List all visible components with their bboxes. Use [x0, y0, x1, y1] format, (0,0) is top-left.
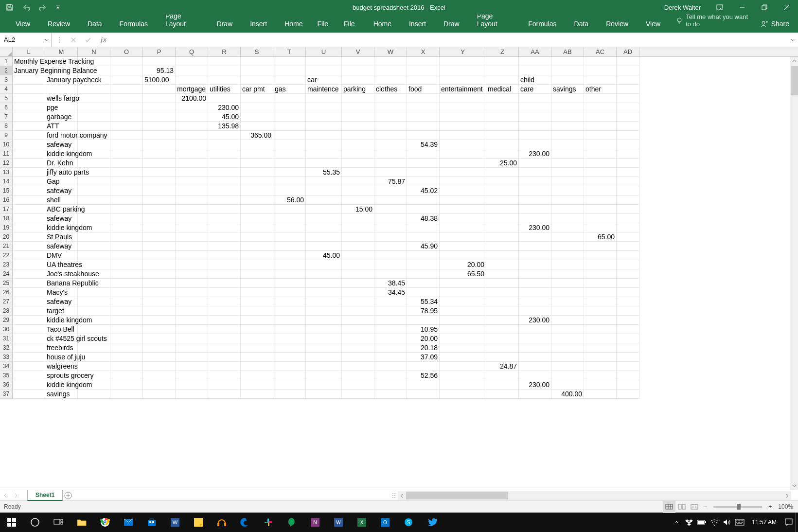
cell-W23[interactable]: [374, 260, 407, 269]
cell-P21[interactable]: [143, 242, 176, 251]
cell-AC8[interactable]: [584, 122, 617, 131]
cell-AC12[interactable]: [584, 159, 617, 168]
cell-U34[interactable]: [306, 362, 342, 371]
cell-V24[interactable]: [342, 269, 374, 279]
cell-AB26[interactable]: [551, 288, 584, 297]
cell-N22[interactable]: [78, 251, 110, 260]
cell-O24[interactable]: [110, 269, 143, 279]
cell-Q11[interactable]: [176, 149, 208, 159]
cell-V17[interactable]: 15.00: [342, 205, 374, 214]
cell-AD6[interactable]: [617, 103, 639, 112]
cell-L21[interactable]: [13, 242, 45, 251]
cell-L12[interactable]: [13, 159, 45, 168]
cell-W26[interactable]: 34.45: [374, 288, 407, 297]
battery-icon[interactable]: [695, 513, 708, 532]
cell-L35[interactable]: [13, 371, 45, 380]
vertical-scrollbar[interactable]: [790, 57, 798, 490]
cell-P26[interactable]: [143, 288, 176, 297]
cell-AB32[interactable]: [551, 343, 584, 353]
dropbox-icon[interactable]: [683, 513, 695, 532]
keyboard-icon[interactable]: [733, 513, 746, 532]
cell-Y34[interactable]: [440, 362, 486, 371]
cell-R19[interactable]: [208, 223, 241, 232]
cell-V26[interactable]: [342, 288, 374, 297]
cell-Z18[interactable]: [486, 214, 519, 223]
cell-P10[interactable]: [143, 140, 176, 149]
cell-S34[interactable]: [241, 362, 273, 371]
share-button[interactable]: Share: [761, 20, 798, 33]
show-desktop-button[interactable]: [795, 513, 798, 532]
cell-AB25[interactable]: [551, 279, 584, 288]
cell-R31[interactable]: [208, 334, 241, 343]
cell-L9[interactable]: [13, 131, 45, 140]
cell-M9[interactable]: ford motor company: [45, 131, 78, 140]
cell-T7[interactable]: [273, 112, 306, 122]
cell-V8[interactable]: [342, 122, 374, 131]
cell-O10[interactable]: [110, 140, 143, 149]
cell-Q2[interactable]: [176, 66, 208, 75]
zoom-level[interactable]: 100%: [775, 503, 798, 510]
cell-W13[interactable]: [374, 168, 407, 177]
cell-M18[interactable]: safeway: [45, 214, 78, 223]
cell-R28[interactable]: [208, 306, 241, 316]
cell-V37[interactable]: [342, 390, 374, 399]
column-header-V[interactable]: V: [342, 47, 374, 56]
cell-T36[interactable]: [273, 380, 306, 390]
row-header[interactable]: 10: [0, 140, 13, 149]
cell-V30[interactable]: [342, 325, 374, 334]
cell-AD11[interactable]: [617, 149, 639, 159]
cell-S19[interactable]: [241, 223, 273, 232]
column-header-P[interactable]: P: [143, 47, 176, 56]
cell-T2[interactable]: [273, 66, 306, 75]
cell-AC16[interactable]: [584, 195, 617, 205]
row-header[interactable]: 20: [0, 232, 13, 242]
column-header-Q[interactable]: Q: [176, 47, 208, 56]
cell-AC25[interactable]: [584, 279, 617, 288]
cell-AD28[interactable]: [617, 306, 639, 316]
cell-V5[interactable]: [342, 94, 374, 103]
cell-Z5[interactable]: [486, 94, 519, 103]
ribbon-tab-insert[interactable]: Insert: [400, 16, 435, 33]
cell-S29[interactable]: [241, 316, 273, 325]
cell-Y27[interactable]: [440, 297, 486, 306]
cell-AA18[interactable]: [519, 214, 551, 223]
cell-W12[interactable]: [374, 159, 407, 168]
cell-O26[interactable]: [110, 288, 143, 297]
cell-X22[interactable]: [407, 251, 440, 260]
row-header[interactable]: 21: [0, 242, 13, 251]
cell-O6[interactable]: [110, 103, 143, 112]
cell-AB20[interactable]: [551, 232, 584, 242]
cell-AC18[interactable]: [584, 214, 617, 223]
cell-Z21[interactable]: [486, 242, 519, 251]
cell-P28[interactable]: [143, 306, 176, 316]
cell-L13[interactable]: [13, 168, 45, 177]
cell-P15[interactable]: [143, 186, 176, 195]
cell-N7[interactable]: [78, 112, 110, 122]
cell-S37[interactable]: [241, 390, 273, 399]
cell-P34[interactable]: [143, 362, 176, 371]
cell-W5[interactable]: [374, 94, 407, 103]
cell-V10[interactable]: [342, 140, 374, 149]
cell-V9[interactable]: [342, 131, 374, 140]
cell-S33[interactable]: [241, 353, 273, 362]
cell-AC4[interactable]: other: [584, 85, 617, 94]
cell-O13[interactable]: [110, 168, 143, 177]
cell-AB33[interactable]: [551, 353, 584, 362]
ribbon-tab-home[interactable]: Home: [276, 16, 311, 33]
cell-Z8[interactable]: [486, 122, 519, 131]
cell-P7[interactable]: [143, 112, 176, 122]
chevron-down-icon[interactable]: [44, 37, 49, 42]
undo-icon[interactable]: [22, 3, 30, 11]
cell-AB6[interactable]: [551, 103, 584, 112]
cell-Y5[interactable]: [440, 94, 486, 103]
cell-AB37[interactable]: 400.00: [551, 390, 584, 399]
cell-S17[interactable]: [241, 205, 273, 214]
cell-L34[interactable]: [13, 362, 45, 371]
row-header[interactable]: 33: [0, 353, 13, 362]
cell-Q13[interactable]: [176, 168, 208, 177]
cell-S20[interactable]: [241, 232, 273, 242]
cell-AB21[interactable]: [551, 242, 584, 251]
cell-Q5[interactable]: 2100.00: [176, 94, 208, 103]
cell-T13[interactable]: [273, 168, 306, 177]
cell-L18[interactable]: [13, 214, 45, 223]
